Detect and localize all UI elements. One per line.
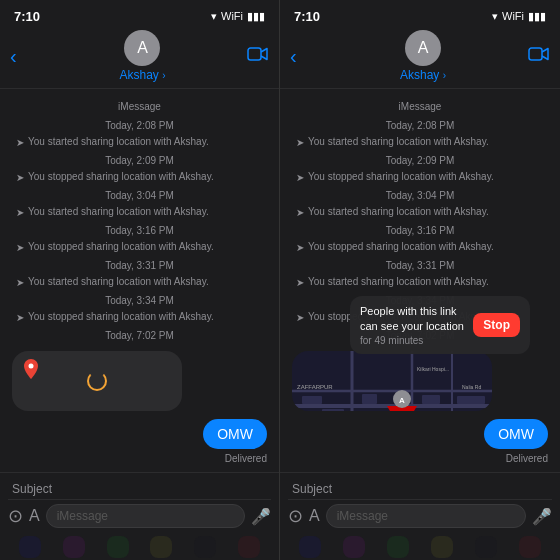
- popup-subtitle: for 49 minutes: [360, 335, 465, 346]
- map-bubble-left[interactable]: [12, 351, 182, 411]
- svg-text:Kilkari Hospi...: Kilkari Hospi...: [417, 366, 449, 372]
- status-time-left: 7:10: [14, 9, 40, 24]
- messages-area-left: iMessage Today, 2:08 PM ➤ You started sh…: [0, 89, 279, 472]
- location-arrow-4: ➤: [16, 242, 24, 253]
- mic-icon-left[interactable]: 🎤: [251, 507, 271, 526]
- input-area-left: Subject ⊙ A iMessage 🎤: [0, 472, 279, 534]
- loc-arrow-2r: ➤: [296, 172, 304, 183]
- imessage-label-left: iMessage: [12, 101, 267, 112]
- input-area-right: Subject ⊙ A iMessage 🎤: [280, 472, 560, 534]
- contact-name-left[interactable]: Akshay ›: [119, 68, 165, 82]
- header-center-right: A Akshay ›: [400, 30, 446, 82]
- location-popup: People with this link can see your locat…: [350, 296, 530, 354]
- loc-arrow-5r: ➤: [296, 277, 304, 288]
- app-icon-6-right[interactable]: [519, 536, 541, 558]
- app-icon-5-left[interactable]: [194, 536, 216, 558]
- imessage-input-left[interactable]: iMessage: [46, 504, 245, 528]
- time-3-left: Today, 3:04 PM: [12, 190, 267, 201]
- time-3-right: Today, 3:04 PM: [292, 190, 548, 201]
- subject-label-left[interactable]: Subject: [8, 482, 271, 496]
- header-center-left: A Akshay ›: [119, 30, 165, 82]
- time-1-left: Today, 2:08 PM: [12, 120, 267, 131]
- svg-text:Nalia Rd: Nalia Rd: [462, 384, 481, 390]
- app-icon-1-left[interactable]: [19, 536, 41, 558]
- app-icon-2-right[interactable]: [343, 536, 365, 558]
- avatar-right[interactable]: A: [405, 30, 441, 66]
- contact-name-right[interactable]: Akshay ›: [400, 68, 446, 82]
- app-icon-3-left[interactable]: [107, 536, 129, 558]
- svg-rect-10: [302, 396, 322, 404]
- subject-row-left: Subject: [8, 479, 271, 500]
- msg-3-right: ➤ You started sharing location with Aksh…: [292, 206, 548, 218]
- time-6-left: Today, 3:34 PM: [12, 295, 267, 306]
- loc-arrow-6r: ➤: [296, 312, 304, 323]
- time-2-right: Today, 2:09 PM: [292, 155, 548, 166]
- app-icon-4-right[interactable]: [431, 536, 453, 558]
- time-5-right: Today, 3:31 PM: [292, 260, 548, 271]
- svg-rect-15: [457, 396, 485, 404]
- location-arrow-5: ➤: [16, 277, 24, 288]
- svg-text:ZAFFARPUR: ZAFFARPUR: [297, 384, 333, 390]
- time-4-left: Today, 3:16 PM: [12, 225, 267, 236]
- status-bar-right: 7:10 ▾ WiFi ▮▮▮: [280, 0, 560, 28]
- video-button-right[interactable]: [528, 46, 550, 67]
- msg-4-left: ➤ You stopped sharing location with Aksh…: [12, 241, 267, 253]
- avatar-left[interactable]: A: [124, 30, 160, 66]
- input-row-left: ⊙ A iMessage 🎤: [8, 504, 271, 528]
- imessage-label-right: iMessage: [292, 101, 548, 112]
- status-time-right: 7:10: [294, 9, 320, 24]
- app-icon-4-left[interactable]: [150, 536, 172, 558]
- svg-text:A: A: [399, 396, 405, 405]
- omw-bubble-left: OMW: [203, 419, 267, 449]
- msg-2-left: ➤ You stopped sharing location with Aksh…: [12, 171, 267, 183]
- app-icon-1-right[interactable]: [299, 536, 321, 558]
- delivered-left: Delivered: [12, 453, 267, 464]
- bottom-bar-left: [0, 534, 279, 560]
- subject-label-right[interactable]: Subject: [288, 482, 552, 496]
- loc-arrow-4r: ➤: [296, 242, 304, 253]
- map-placeholder-left: [12, 351, 182, 411]
- subject-row-right: Subject: [288, 479, 552, 500]
- status-bar-left: 7:10 ▾ WiFi ▮▮▮: [0, 0, 279, 28]
- map-svg: A ZAFFARPUR Kilkari Hospi... Nalia Rd Ra…: [292, 351, 492, 411]
- app-icon-3-right[interactable]: [387, 536, 409, 558]
- msg-1-right: ➤ You started sharing location with Aksh…: [292, 136, 548, 148]
- location-arrow-2: ➤: [16, 172, 24, 183]
- loc-arrow-1r: ➤: [296, 137, 304, 148]
- bottom-bar-right: [280, 534, 560, 560]
- popup-title: People with this link can see your locat…: [360, 304, 465, 333]
- svg-rect-2: [529, 48, 542, 60]
- imessage-input-right[interactable]: iMessage: [326, 504, 526, 528]
- right-panel: 7:10 ▾ WiFi ▮▮▮ ‹ A Akshay › iMessage To…: [280, 0, 560, 560]
- time-4-right: Today, 3:16 PM: [292, 225, 548, 236]
- back-button-left[interactable]: ‹: [10, 45, 38, 68]
- msg-1-left: ➤ You started sharing location with Aksh…: [12, 136, 267, 148]
- loc-arrow-3r: ➤: [296, 207, 304, 218]
- map-bubble-right[interactable]: A ZAFFARPUR Kilkari Hospi... Nalia Rd Ra…: [292, 351, 492, 411]
- appstore-icon-left[interactable]: A: [29, 507, 40, 525]
- msg-2-right: ➤ You stopped sharing location with Aksh…: [292, 171, 548, 183]
- status-icons-right: ▾ WiFi ▮▮▮: [492, 10, 546, 23]
- svg-rect-11: [362, 394, 377, 404]
- name-chevron-left: ›: [162, 70, 165, 81]
- back-button-right[interactable]: ‹: [290, 45, 318, 68]
- appstore-icon-right[interactable]: A: [309, 507, 320, 525]
- stop-button[interactable]: Stop: [473, 313, 520, 337]
- msg-5-left: ➤ You started sharing location with Aksh…: [12, 276, 267, 288]
- msg-4-right: ➤ You stopped sharing location with Aksh…: [292, 241, 548, 253]
- camera-icon-left[interactable]: ⊙: [8, 505, 23, 527]
- app-icon-6-left[interactable]: [238, 536, 260, 558]
- name-chevron-right: ›: [443, 70, 446, 81]
- video-button-left[interactable]: [247, 46, 269, 67]
- time-1-right: Today, 2:08 PM: [292, 120, 548, 131]
- time-5-left: Today, 3:31 PM: [12, 260, 267, 271]
- camera-icon-right[interactable]: ⊙: [288, 505, 303, 527]
- app-icon-2-left[interactable]: [63, 536, 85, 558]
- battery-icon: ▮▮▮: [247, 10, 265, 23]
- wifi-icon: WiFi: [221, 10, 243, 22]
- chat-header-right: ‹ A Akshay ›: [280, 28, 560, 89]
- app-icon-5-right[interactable]: [475, 536, 497, 558]
- omw-bubble-right: OMW: [484, 419, 548, 449]
- msg-6-left: ➤ You stopped sharing location with Aksh…: [12, 311, 267, 323]
- mic-icon-right[interactable]: 🎤: [532, 507, 552, 526]
